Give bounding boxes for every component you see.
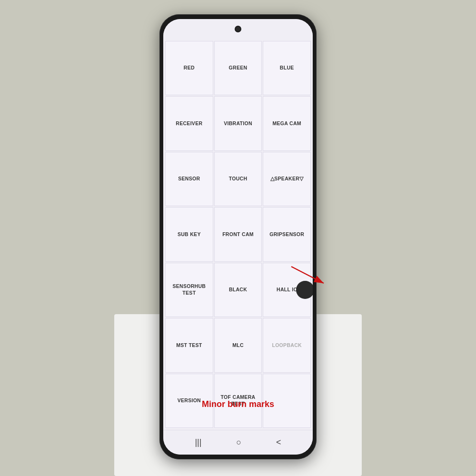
grid-cell-2-0[interactable]: SENSOR — [165, 152, 213, 206]
grid-cell-2-2[interactable]: △SPEAKER▽ — [263, 152, 311, 206]
hall-ic-dark-circle — [296, 281, 313, 299]
grid-cell-6-2 — [263, 374, 311, 428]
grid-cell-5-0[interactable]: MST TEST — [165, 318, 213, 372]
grid-cell-4-2[interactable]: HALL IC — [263, 263, 311, 317]
grid-cell-6-0[interactable]: VERSION — [165, 374, 213, 428]
grid-cell-5-1[interactable]: MLC — [214, 318, 262, 372]
grid-cell-0-0[interactable]: RED — [165, 41, 213, 95]
grid-cell-3-0[interactable]: SUB KEY — [165, 207, 213, 261]
grid-container: REDGREENBLUERECEIVERVIBRATIONMEGA CAMSEN… — [163, 39, 313, 430]
grid-row-5: MST TESTMLCLOOPBACK — [165, 318, 311, 372]
grid-cell-2-1[interactable]: TOUCH — [214, 152, 262, 206]
grid-row-1: RECEIVERVIBRATIONMEGA CAM — [165, 96, 311, 150]
screen: REDGREENBLUERECEIVERVIBRATIONMEGA CAMSEN… — [163, 19, 313, 455]
scene: REDGREENBLUERECEIVERVIBRATIONMEGA CAMSEN… — [0, 0, 476, 476]
grid-cell-5-2[interactable]: LOOPBACK — [263, 318, 311, 372]
bottom-nav: ||| ○ < — [163, 430, 313, 455]
grid-cell-3-1[interactable]: FRONT CAM — [214, 207, 262, 261]
grid-cell-1-2[interactable]: MEGA CAM — [263, 96, 311, 150]
home-icon[interactable]: ○ — [230, 436, 247, 449]
grid-cell-6-1[interactable]: TOF CAMERA TEST — [214, 374, 262, 428]
recent-apps-icon[interactable]: ||| — [189, 436, 207, 449]
grid-row-6: VERSIONTOF CAMERA TEST — [165, 374, 311, 428]
grid-cell-3-2[interactable]: GRIPSENSOR — [263, 207, 311, 261]
grid-cell-4-1[interactable]: BLACK — [214, 263, 262, 317]
grid-row-0: REDGREENBLUE — [165, 41, 311, 95]
top-bar — [163, 19, 313, 39]
grid-cell-0-2[interactable]: BLUE — [263, 41, 311, 95]
front-camera-dot — [235, 26, 241, 32]
phone: REDGREENBLUERECEIVERVIBRATIONMEGA CAMSEN… — [159, 14, 317, 459]
back-icon[interactable]: < — [270, 436, 287, 449]
grid-row-4: SENSORHUB TESTBLACKHALL IC — [165, 263, 311, 317]
grid-row-3: SUB KEYFRONT CAMGRIPSENSOR — [165, 207, 311, 261]
grid-row-2: SENSORTOUCH△SPEAKER▽ — [165, 152, 311, 206]
grid-cell-1-1[interactable]: VIBRATION — [214, 96, 262, 150]
grid-cell-4-0[interactable]: SENSORHUB TEST — [165, 263, 213, 317]
grid-cell-0-1[interactable]: GREEN — [214, 41, 262, 95]
grid-cell-1-0[interactable]: RECEIVER — [165, 96, 213, 150]
